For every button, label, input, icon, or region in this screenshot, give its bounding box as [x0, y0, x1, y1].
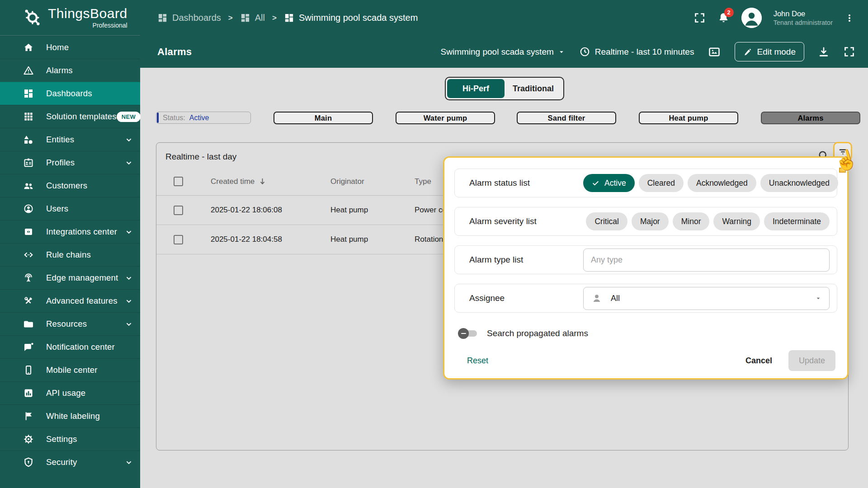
breadcrumb-all[interactable]: All: [240, 13, 265, 23]
chevron-down-icon: [124, 227, 134, 237]
user-menu[interactable]: John Doe Tenant administrator: [774, 9, 833, 27]
status-chip-active[interactable]: Active: [583, 174, 635, 192]
state-tab-sand-filter[interactable]: Sand filter: [517, 112, 616, 124]
severity-chip-critical[interactable]: Critical: [586, 212, 627, 230]
column-header-type[interactable]: Type: [415, 168, 431, 195]
status-accent-bar: [157, 113, 159, 123]
sidebar-item-profiles[interactable]: Profiles: [0, 151, 140, 174]
avatar[interactable]: [741, 8, 762, 28]
sidebar-item-advanced-features[interactable]: Advanced features: [0, 289, 140, 312]
new-badge: NEW: [117, 112, 141, 122]
sidebar-item-resources[interactable]: Resources: [0, 312, 140, 335]
sidebar-item-rule-chains[interactable]: Rule chains: [0, 243, 140, 266]
propagated-toggle-label: Search propagated alarms: [487, 328, 588, 338]
gear-icon: [23, 433, 34, 445]
alarm-status-label: Alarm status list: [469, 178, 583, 188]
status-value: Active: [189, 114, 209, 122]
brand-logo[interactable]: ThingsBoard Professional: [0, 0, 140, 36]
integration-icon: [23, 226, 34, 238]
sidebar-item-label: Users: [46, 204, 134, 214]
sidebar-item-notification-center[interactable]: Notification center: [0, 335, 140, 358]
warning-triangle-icon: [23, 65, 34, 76]
sidebar-item-label: API usage: [46, 388, 134, 398]
chevron-down-icon: [124, 457, 134, 467]
status-chip-acknowledged[interactable]: Acknowledged: [688, 174, 756, 192]
dashboards-icon: [284, 13, 294, 23]
severity-chip-minor[interactable]: Minor: [673, 212, 710, 230]
status-chip-cleared[interactable]: Cleared: [639, 174, 684, 192]
sidebar-item-security[interactable]: Security: [0, 450, 140, 474]
severity-chip-major[interactable]: Major: [632, 212, 669, 230]
alarm-type-input[interactable]: [583, 249, 830, 272]
sidebar-item-solution-templates[interactable]: Solution templates NEW: [0, 105, 140, 128]
severity-chip-indeterminate[interactable]: Indeterminate: [764, 212, 830, 230]
shield-icon: [23, 456, 34, 468]
person-circle-icon: [23, 203, 34, 215]
timewindow-button[interactable]: Realtime - last 10 minutes: [579, 46, 694, 57]
state-tab-water-pump[interactable]: Water pump: [396, 112, 495, 124]
sidebar-item-label: Rule chains: [46, 250, 134, 260]
column-header-originator[interactable]: Originator: [330, 168, 364, 195]
sidebar-item-edge-management[interactable]: Edge management: [0, 266, 140, 289]
minus-icon: [461, 333, 466, 334]
sidebar-item-label: Resources: [46, 319, 124, 329]
sidebar-item-alarms[interactable]: Alarms: [0, 59, 140, 82]
sidebar-item-customers[interactable]: Customers: [0, 174, 140, 197]
caret-down-icon: [557, 48, 566, 56]
sidebar-item-label: Solution templates: [46, 112, 117, 122]
notifications-bell-icon[interactable]: 2: [717, 12, 730, 24]
check-icon: [592, 179, 599, 187]
alarm-status-row: Alarm status list Active Cleared Acknowl…: [454, 169, 837, 197]
status-chip-unacknowledged[interactable]: Unacknowledged: [760, 174, 838, 192]
assignee-select[interactable]: All: [583, 287, 830, 310]
sidebar-item-dashboards[interactable]: Dashboards: [0, 82, 140, 105]
sidebar-item-label: Edge management: [46, 273, 124, 283]
assignee-value: All: [611, 294, 620, 303]
state-tab-main[interactable]: Main: [274, 112, 373, 124]
sidebar-item-entities[interactable]: Entities: [0, 128, 140, 151]
sidebar-item-settings[interactable]: Settings: [0, 427, 140, 450]
user-name: John Doe: [774, 9, 833, 19]
alarm-type-row: Alarm type list: [454, 245, 837, 274]
sidebar-item-white-labeling[interactable]: White labeling: [0, 404, 140, 427]
row-checkbox[interactable]: [174, 206, 183, 215]
breadcrumb-current-dashboard[interactable]: Swimming pool scada system: [284, 13, 418, 23]
toggle-traditional[interactable]: Traditional: [505, 79, 562, 98]
screenshot-icon[interactable]: [708, 45, 721, 59]
fullscreen-icon[interactable]: [693, 12, 706, 24]
chevron-down-icon: [124, 135, 134, 145]
edit-mode-button[interactable]: Edit mode: [735, 42, 804, 61]
reset-button[interactable]: Reset: [467, 356, 488, 366]
chevron-down-icon: [124, 319, 134, 329]
update-button[interactable]: Update: [788, 350, 835, 371]
sidebar-item-label: Integrations center: [46, 227, 124, 237]
status-filter-chip[interactable]: Status: Active: [156, 112, 251, 124]
download-icon[interactable]: [818, 46, 830, 58]
popup-actions: Reset Cancel Update: [454, 350, 837, 371]
id-badge-icon: [23, 157, 34, 169]
toggle-hi-perf[interactable]: Hi-Perf: [447, 79, 505, 98]
cell-type: Power co: [415, 196, 447, 225]
dashboards-icon: [23, 88, 34, 99]
state-tab-alarms[interactable]: Alarms: [761, 112, 860, 124]
flag-icon: [23, 410, 34, 422]
sidebar-item-users[interactable]: Users: [0, 197, 140, 220]
sidebar-item-mobile-center[interactable]: Mobile center: [0, 358, 140, 381]
caret-down-icon: [815, 295, 822, 302]
folder-icon: [23, 318, 34, 330]
severity-chip-warning[interactable]: Warning: [713, 212, 760, 230]
propagated-toggle[interactable]: [458, 328, 478, 339]
kebab-menu-icon[interactable]: [844, 12, 854, 24]
entity-select[interactable]: Swimming pool scada system: [441, 47, 566, 57]
sidebar-item-integrations-center[interactable]: Integrations center: [0, 220, 140, 243]
row-checkbox[interactable]: [174, 235, 183, 244]
select-all-checkbox[interactable]: [174, 177, 183, 186]
cancel-button[interactable]: Cancel: [745, 356, 772, 366]
shapes-icon: [23, 134, 34, 145]
sidebar-item-api-usage[interactable]: API usage: [0, 381, 140, 404]
column-header-created-time[interactable]: Created time: [211, 177, 267, 186]
state-tab-heat-pump[interactable]: Heat pump: [639, 112, 738, 124]
breadcrumb-dashboards[interactable]: Dashboards: [157, 13, 221, 23]
sidebar-item-home[interactable]: Home: [0, 36, 140, 59]
fullscreen-dashboard-icon[interactable]: [843, 46, 855, 58]
